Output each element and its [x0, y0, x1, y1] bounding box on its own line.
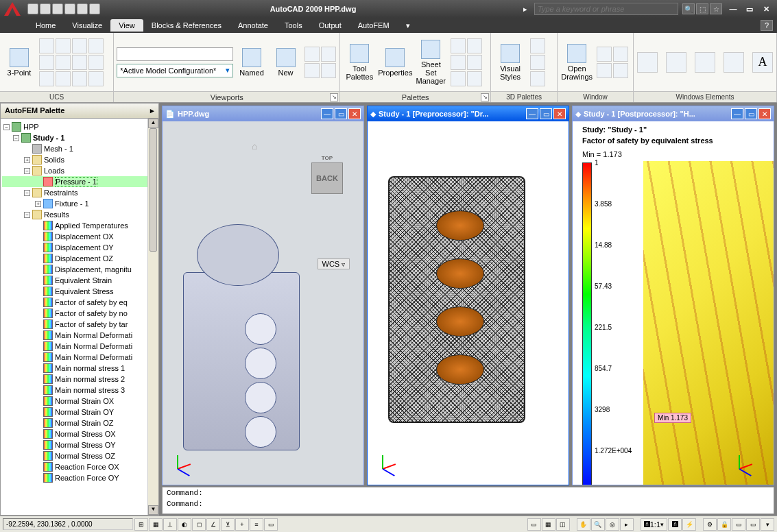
ucs-btn-1[interactable] [39, 38, 54, 53]
status-showmotion-icon[interactable]: ▸ [620, 518, 634, 531]
viewport-combo-1[interactable] [117, 47, 233, 61]
vp2-min-button[interactable]: — [526, 108, 538, 119]
home-icon[interactable]: ⌂ [252, 141, 257, 152]
ucs-btn-5[interactable] [39, 55, 54, 70]
ucs-btn-12[interactable] [88, 71, 104, 86]
sheet-set-button[interactable]: Sheet Set Manager [414, 40, 447, 85]
command-line[interactable]: Command: Command: [162, 487, 774, 514]
pal-btn-5[interactable] [451, 71, 466, 86]
qat-undo-icon[interactable] [77, 3, 88, 14]
status-otrack-icon[interactable]: ∠ [206, 518, 220, 531]
minimize-button[interactable]: — [726, 3, 740, 14]
tab-view[interactable]: View [110, 19, 143, 32]
vp2-max-button[interactable]: ▭ [540, 108, 552, 119]
tool-palettes-button[interactable]: Tool Palettes [343, 44, 376, 81]
viewcube[interactable]: TOP BACK [311, 162, 343, 194]
tree-result-item[interactable]: Displacement OX [2, 231, 157, 242]
properties-button[interactable]: Properties [379, 48, 411, 77]
ucs-btn-10[interactable] [56, 71, 71, 86]
open-drawings-button[interactable]: Open Drawings [560, 44, 593, 81]
tree-root[interactable]: −HPP [2, 121, 157, 132]
palette-title[interactable]: AutoFEM Palette ▸ [1, 104, 158, 119]
palettes-launcher[interactable]: ↘ [481, 93, 489, 101]
tab-home[interactable]: Home [27, 19, 64, 32]
close-button[interactable]: ✕ [759, 3, 773, 14]
pal-btn-3[interactable] [451, 55, 466, 70]
tree-result-item[interactable]: Equivalent Stress [2, 286, 157, 297]
vp-btn-3[interactable] [304, 63, 320, 78]
tab-output[interactable]: Output [311, 19, 350, 32]
vp-btn-4[interactable] [321, 63, 336, 78]
scroll-down-icon[interactable]: ▼ [148, 505, 158, 515]
tree-result-item[interactable]: Main Normal Deformati [2, 341, 157, 352]
vs-btn-1[interactable] [530, 38, 545, 53]
win-btn-1[interactable] [597, 47, 612, 62]
tree-result-item[interactable]: Main normal stress 3 [2, 385, 157, 396]
wcs-label[interactable]: WCS ▿ [318, 258, 350, 269]
tab-blocks[interactable]: Blocks & References [143, 19, 230, 32]
tab-tools[interactable]: Tools [276, 19, 311, 32]
comm-center-icon[interactable]: ⬚ [696, 3, 708, 14]
vp1-min-button[interactable]: — [321, 108, 333, 119]
visual-styles-button[interactable]: Visual Styles [494, 44, 527, 81]
tree-results[interactable]: −Results [2, 209, 157, 220]
viewport-new-button[interactable]: New [270, 48, 302, 77]
tree-result-item[interactable]: Main Normal Deformati [2, 352, 157, 363]
status-layout-icon[interactable]: ▦ [542, 518, 555, 531]
tree-loads[interactable]: −Loads [2, 165, 157, 176]
vp-btn-2[interactable] [321, 47, 336, 62]
tree-pressure[interactable]: Pressure - 1 [2, 176, 157, 187]
vs-btn-3[interactable] [530, 71, 545, 86]
tree-result-item[interactable]: Reaction Force OX [2, 461, 157, 472]
qat-new-icon[interactable] [27, 3, 38, 14]
ucs-btn-3[interactable] [72, 38, 87, 53]
tree-study[interactable]: −Study - 1 [2, 132, 157, 143]
status-annoauto-icon[interactable]: ⚡ [682, 518, 696, 531]
search-input[interactable] [534, 3, 678, 15]
tab-autofem[interactable]: AutoFEM [350, 19, 398, 32]
pal-btn-4[interactable] [467, 55, 482, 70]
scroll-thumb[interactable] [150, 128, 157, 252]
status-lock-icon[interactable]: 🔒 [717, 518, 731, 531]
tree-mesh[interactable]: Mesh - 1 [2, 143, 157, 154]
tree-fixture[interactable]: +Fixture - 1 [2, 198, 157, 209]
win-btn-4[interactable] [613, 63, 628, 78]
tree-result-item[interactable]: Factor of safety by no [2, 308, 157, 319]
status-hw-icon[interactable]: ▭ [732, 518, 745, 531]
ucs-btn-7[interactable] [72, 55, 87, 70]
vp1-max-button[interactable]: ▭ [335, 108, 347, 119]
palette-scrollbar[interactable]: ▲ ▼ [147, 119, 158, 515]
tree-result-item[interactable]: Normal Stress OY [2, 439, 157, 450]
ucs-btn-11[interactable] [72, 71, 87, 86]
we-btn-4[interactable] [724, 52, 744, 73]
tree-result-item[interactable]: Main Normal Deformati [2, 330, 157, 341]
maximize-button[interactable]: ▭ [743, 3, 756, 14]
qat-save-icon[interactable] [52, 3, 63, 14]
status-tray-icon[interactable]: ▾ [761, 518, 774, 531]
we-btn-5[interactable]: A [752, 52, 773, 73]
status-polar-icon[interactable]: ◐ [178, 518, 191, 531]
tree-result-item[interactable]: Normal Stress OZ [2, 450, 157, 461]
tree-result-item[interactable]: Factor of safety by tar [2, 319, 157, 330]
viewport-named-button[interactable]: Named [236, 48, 267, 77]
status-grid-icon[interactable]: ▦ [149, 518, 163, 531]
favorites-icon[interactable]: ☆ [710, 3, 722, 14]
status-osnap-icon[interactable]: ◻ [192, 518, 206, 531]
status-model-icon[interactable]: ▭ [527, 518, 541, 531]
status-qview-icon[interactable]: ◫ [556, 518, 570, 531]
tree-result-item[interactable]: Displacement OY [2, 242, 157, 253]
pal-btn-1[interactable] [451, 38, 466, 53]
vs-btn-2[interactable] [530, 55, 545, 70]
we-btn-2[interactable] [666, 52, 686, 73]
we-btn-1[interactable] [637, 52, 658, 73]
tree-result-item[interactable]: Normal Strain OZ [2, 418, 157, 428]
status-ortho-icon[interactable]: ⊥ [163, 518, 177, 531]
tree-result-item[interactable]: Factor of safety by eq [2, 297, 157, 308]
tree-result-item[interactable]: Displacement, magnitu [2, 264, 157, 275]
help-arrow-icon[interactable]: ▸ [523, 5, 534, 14]
palette-menu-icon[interactable]: ▸ [150, 106, 154, 115]
vp-btn-1[interactable] [304, 47, 320, 62]
ucs-3point-button[interactable]: 3-Point [3, 48, 36, 77]
status-pan-icon[interactable]: ✋ [577, 518, 590, 531]
vp1-close-button[interactable]: ✕ [348, 108, 361, 119]
